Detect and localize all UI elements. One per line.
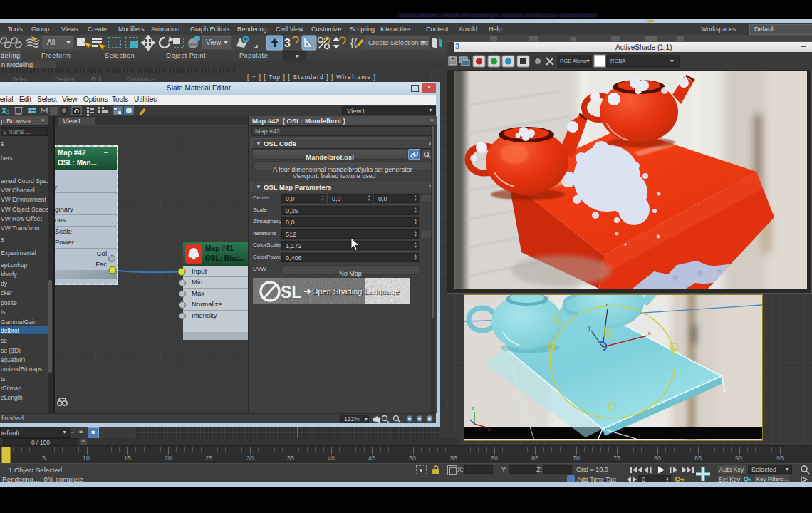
svg-text:O: O (74, 108, 79, 115)
svg-text:2: 2 (6, 109, 10, 115)
svg-text:z: z (472, 405, 474, 410)
svg-text:Open Shading Language: Open Shading Language (312, 287, 399, 296)
svg-text:All: All (47, 38, 55, 46)
svg-text:Create Selection Se: Create Selection Se (368, 38, 429, 46)
svg-text:y: y (588, 325, 591, 331)
svg-text:x: x (648, 331, 651, 336)
svg-text:x: x (488, 427, 491, 432)
svg-text:z: z (605, 302, 608, 307)
svg-text:RGBA: RGBA (610, 58, 625, 64)
svg-text:SL: SL (281, 283, 301, 301)
svg-text:View: View (206, 38, 222, 46)
svg-text:RGB Alpha: RGB Alpha (560, 58, 587, 64)
svg-text:3: 3 (284, 37, 291, 49)
